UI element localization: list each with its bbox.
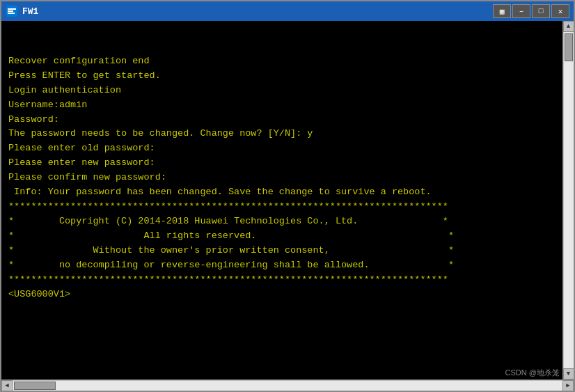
svg-rect-1	[8, 8, 16, 10]
minimize-icon: –	[519, 7, 524, 15]
terminal-line: * All rights reserved. *	[8, 229, 556, 244]
scroll-down-button[interactable]: ▼	[563, 368, 574, 379]
scroll-right-icon: ▶	[566, 382, 569, 389]
window-title: FW1	[22, 6, 493, 17]
terminal-line: Please enter old password:	[8, 141, 556, 156]
window-icon	[6, 5, 18, 17]
scroll-thumb[interactable]	[565, 33, 573, 61]
terminal-line: Please confirm new password:	[8, 171, 556, 185]
scroll-right-button[interactable]: ▶	[562, 380, 574, 391]
terminal-line: Username:admin	[8, 98, 556, 113]
close-button[interactable]: ✕	[551, 4, 569, 18]
terminal-line: <USG6000V1>	[8, 288, 556, 302]
scroll-up-icon: ▲	[567, 23, 570, 30]
hscroll-track[interactable]	[13, 381, 562, 391]
watermark-text: CSDN @地杀笼	[505, 368, 560, 377]
terminal-line: Password:	[8, 113, 556, 127]
terminal-line: Info: Your password has been changed. Sa…	[8, 185, 556, 200]
svg-rect-3	[8, 13, 15, 14]
horizontal-scrollbar[interactable]: ◀ ▶	[1, 379, 574, 391]
terminal-line: ****************************************…	[8, 273, 556, 288]
close-icon: ✕	[558, 7, 563, 16]
terminal-line: Press ENTER to get started.	[8, 69, 556, 84]
terminal-wrapper: Recover configuration endPress ENTER to …	[1, 21, 574, 379]
terminal-line: Recover configuration end	[8, 54, 556, 69]
maximize-icon: □	[539, 7, 544, 15]
terminal-line: * Copyright (C) 2014-2018 Huawei Technol…	[8, 214, 556, 229]
restore-button[interactable]: ▦	[493, 4, 511, 18]
scroll-left-button[interactable]: ◀	[1, 380, 13, 391]
restore-icon: ▦	[500, 7, 505, 16]
titlebar: FW1 ▦ – □ ✕	[1, 1, 574, 21]
watermark: CSDN @地杀笼	[505, 368, 560, 378]
scroll-track[interactable]	[564, 32, 574, 368]
terminal-line: * no decompiling or reverse-engineering …	[8, 258, 556, 273]
maximize-button[interactable]: □	[532, 4, 550, 18]
svg-rect-2	[8, 10, 13, 12]
scroll-down-icon: ▼	[567, 370, 570, 377]
hscroll-thumb[interactable]	[14, 382, 56, 390]
scroll-left-icon: ◀	[5, 382, 8, 389]
terminal-line: * Without the owner's prior written cons…	[8, 244, 556, 258]
terminal-output[interactable]: Recover configuration endPress ENTER to …	[1, 21, 562, 379]
terminal-line: ****************************************…	[8, 200, 556, 214]
terminal-window: FW1 ▦ – □ ✕ Recover configuration endPre…	[0, 0, 575, 392]
window-controls: ▦ – □ ✕	[493, 4, 569, 18]
terminal-line: Please enter new password:	[8, 156, 556, 171]
scroll-up-button[interactable]: ▲	[563, 21, 574, 32]
vertical-scrollbar[interactable]: ▲ ▼	[562, 21, 574, 379]
minimize-button[interactable]: –	[512, 4, 530, 18]
terminal-line: The password needs to be changed. Change…	[8, 127, 556, 141]
terminal-line: Login authentication	[8, 84, 556, 98]
